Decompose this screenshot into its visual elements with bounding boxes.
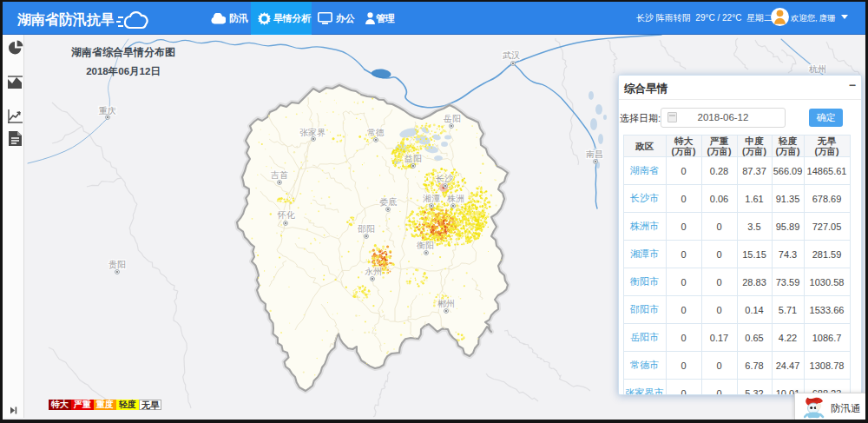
svg-text:长沙: 长沙 bbox=[436, 174, 453, 183]
svg-text:杭州: 杭州 bbox=[808, 64, 826, 74]
svg-text:贵阳: 贵阳 bbox=[108, 260, 126, 269]
svg-text:益阳: 益阳 bbox=[404, 154, 422, 163]
svg-text:南昌: 南昌 bbox=[586, 149, 603, 159]
svg-text:重庆: 重庆 bbox=[98, 106, 116, 116]
svg-text:常德: 常德 bbox=[367, 128, 385, 137]
svg-text:永州: 永州 bbox=[365, 267, 382, 276]
svg-text:娄底: 娄底 bbox=[379, 197, 397, 207]
svg-text:岳阳: 岳阳 bbox=[443, 114, 461, 123]
svg-text:武汉: 武汉 bbox=[503, 50, 520, 60]
svg-text:怀化: 怀化 bbox=[277, 210, 295, 220]
svg-text:张家界: 张家界 bbox=[299, 128, 326, 137]
svg-text:吉首: 吉首 bbox=[271, 170, 288, 180]
svg-text:郴州: 郴州 bbox=[437, 299, 455, 308]
svg-text:邵阳: 邵阳 bbox=[358, 224, 375, 234]
svg-text:衡阳: 衡阳 bbox=[416, 241, 434, 250]
svg-text:湘潭: 湘潭 bbox=[423, 194, 440, 203]
svg-text:株洲: 株洲 bbox=[446, 194, 464, 203]
